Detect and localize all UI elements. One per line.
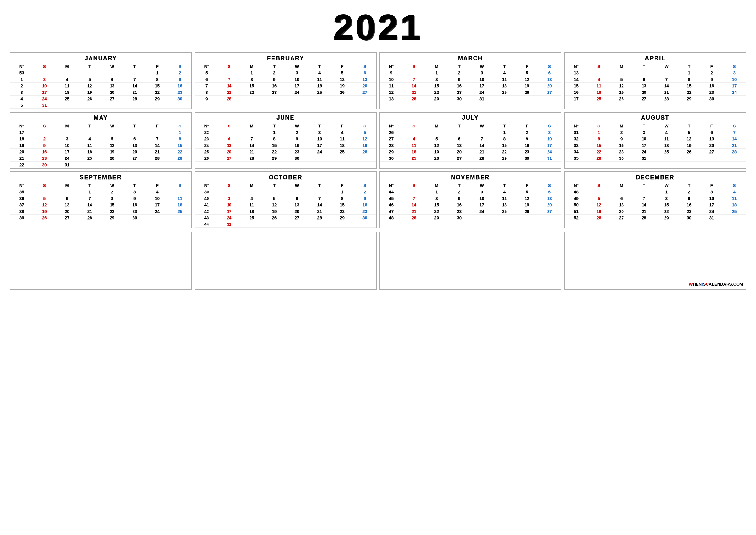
table-row: 52262728293031 [565, 215, 746, 221]
table-row [565, 102, 746, 104]
table-row: 3315161718192021 [565, 142, 746, 149]
table-row: 1221222324252627 [380, 89, 561, 96]
month-title-september: SEPTEMBER [10, 172, 191, 182]
table-row [380, 102, 561, 104]
table-row [565, 162, 746, 163]
table-row: 4324252627282930 [195, 215, 376, 221]
month-block-october: OCTOBERN°SMTWTFS391240345678941101112131… [195, 171, 377, 228]
month-block-august: AUGUSTN°SMTWTFS3112345673289101112131433… [564, 112, 746, 169]
month-block-january: JANUARYN°SMTWTFS531213456789210111213141… [10, 52, 192, 109]
table-row: 5119202122232425 [565, 208, 746, 215]
table-row: 4578910111213 [380, 195, 561, 202]
month-title-may: MAY [10, 113, 191, 123]
table-row: 182345678 [10, 136, 191, 142]
table-row [10, 221, 191, 223]
table-row: 2413141516171819 [195, 142, 376, 149]
month-title-january: JANUARY [10, 53, 191, 63]
table-row: 714151617181920 [195, 83, 376, 89]
year-title: 2021 [7, 7, 749, 47]
month-block-september: SEPTEMBERN°SMTWTFS3512343656789101137121… [10, 171, 192, 228]
month-title-august: AUGUST [565, 113, 746, 123]
table-row: 2918192021222324 [380, 149, 561, 155]
table-row: 3712131415161718 [10, 202, 191, 208]
month-title-december: DECEMBER [565, 172, 746, 182]
table-row: 1618192021222324 [565, 89, 746, 96]
table-row: 3025262728293031 [380, 155, 561, 162]
table-row: 2212345 [195, 129, 376, 136]
table-row: 2811121314151617 [380, 142, 561, 149]
table-row: 4110111213141516 [195, 202, 376, 208]
month-table-july: N°SMTWTFS2612327456789102811121314151617… [380, 123, 561, 163]
month-block-may: MAYN°SMTWTFS1711823456781991011121314152… [10, 112, 192, 169]
table-row: 351234 [10, 189, 191, 195]
table-row: 5012131415161718 [565, 202, 746, 208]
table-row: 4217181920212223 [195, 208, 376, 215]
month-table-march: N°SMTWTFS9123456107891011121311141516171… [380, 63, 561, 104]
month-title-april: APRIL [565, 53, 746, 63]
table-row: 317181920212223 [10, 89, 191, 96]
watermark: WHENISCALENDARS.COM [689, 282, 743, 287]
month-table-february: N°SMTWTFS5123456678910111213714151617181… [195, 63, 376, 104]
table-row: 236789101112 [195, 136, 376, 142]
table-row: 49567891011 [565, 195, 746, 202]
table-row: 13123 [565, 70, 746, 76]
month-table-november: N°SMTWTFS4412345645789101112134614151617… [380, 182, 561, 223]
month-table-june: N°SMTWTFS2212345236789101112241314151617… [195, 123, 376, 163]
table-row: 36567891011 [10, 195, 191, 202]
footer-box-1 [10, 232, 192, 290]
month-table-september: N°SMTWTFS3512343656789101137121314151617… [10, 182, 191, 223]
table-row: 1328293031 [380, 96, 561, 102]
table-row: 26123 [380, 129, 561, 136]
table-row: 1114151617181920 [380, 83, 561, 89]
table-row: 928 [195, 96, 376, 102]
table-row: 1445678910 [565, 76, 746, 83]
table-row: 44123456 [380, 189, 561, 195]
table-row: 199101112131415 [10, 142, 191, 149]
table-row: 531 [10, 102, 191, 109]
table-row: 2627282930 [195, 155, 376, 162]
month-title-june: JUNE [195, 113, 376, 123]
month-title-october: OCTOBER [195, 172, 376, 182]
table-row: 2016171819202122 [10, 149, 191, 155]
month-title-february: FEBRUARY [195, 53, 376, 63]
table-row: 35293031 [565, 155, 746, 162]
table-row: 32891011121314 [565, 136, 746, 142]
month-block-july: JULYN°SMTWTFS261232745678910281112131415… [379, 112, 562, 169]
table-row: 3819202122232425 [10, 208, 191, 215]
table-row: 3912 [195, 189, 376, 195]
table-row: 2123242526272829 [10, 155, 191, 162]
month-title-march: MARCH [380, 53, 561, 63]
month-title-november: NOVEMBER [380, 172, 561, 182]
table-row: 1511121314151617 [565, 83, 746, 89]
table-row: 403456789 [195, 195, 376, 202]
table-row: 821222324252627 [195, 89, 376, 96]
month-block-june: JUNEN°SMTWTFS221234523678910111224131415… [195, 112, 377, 169]
table-row: 2745678910 [380, 136, 561, 142]
table-row [195, 162, 376, 163]
table-row: 1078910111213 [380, 76, 561, 83]
table-row: 5123456 [195, 70, 376, 76]
table-row [380, 162, 561, 163]
table-row: 4721222324252627 [380, 208, 561, 215]
table-row: 3422232425262728 [565, 149, 746, 155]
footer-area: WHENISCALENDARS.COM [7, 232, 749, 296]
table-row: 481234 [565, 189, 746, 195]
month-title-july: JULY [380, 113, 561, 123]
month-block-april: APRILN°SMTWTFS13123144567891015111213141… [564, 52, 746, 109]
table-row: 171 [10, 129, 191, 136]
table-row: 4614151617181920 [380, 202, 561, 208]
table-row: 2520212223242526 [195, 149, 376, 155]
table-row: 392627282930 [10, 215, 191, 221]
table-row: 5312 [10, 70, 191, 76]
month-block-november: NOVEMBERN°SMTWTFS44123456457891011121346… [379, 171, 562, 228]
table-row [380, 221, 561, 223]
month-table-may: N°SMTWTFS1711823456781991011121314152016… [10, 123, 191, 168]
table-row: 210111213141516 [10, 83, 191, 89]
table-row: 13456789 [10, 76, 191, 83]
table-row: 678910111213 [195, 76, 376, 83]
footer-box-4: WHENISCALENDARS.COM [564, 232, 746, 290]
table-row: 4431 [195, 221, 376, 228]
table-row: 223031 [10, 162, 191, 168]
month-block-december: DECEMBERN°SMTWTFS48123449567891011501213… [564, 171, 746, 228]
table-row [195, 102, 376, 104]
